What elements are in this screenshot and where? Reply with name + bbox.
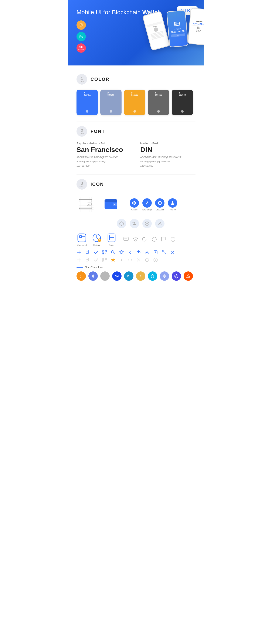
- svg-line-76: [114, 253, 115, 254]
- chat2-icon: [161, 236, 166, 242]
- hero-section: Mobile UI for Blockchain Wallet UI Kit P…: [68, 0, 204, 66]
- discover-icon-item: Discover: [155, 198, 164, 211]
- sketch-badge: [76, 20, 86, 30]
- svg-rect-92: [103, 261, 104, 262]
- svg-rect-67: [103, 251, 104, 252]
- color-section-title: COLOR: [90, 76, 110, 82]
- doc-ghost-icon: [85, 258, 90, 262]
- color-dot: [181, 110, 184, 113]
- blockchain-label: BlockChain Icon: [76, 266, 196, 269]
- wallet-solid-icon: [102, 195, 121, 215]
- chevron-ghost-icon: [119, 258, 124, 262]
- font-section: Regular · Medium · Bold San Francisco AB…: [76, 142, 196, 168]
- star-filled-icon: [110, 258, 116, 262]
- wallet-wireframe-icon: [76, 195, 96, 215]
- moon-icon: [142, 236, 148, 242]
- svg-rect-54: [124, 237, 128, 240]
- ps-badge: Ps: [76, 32, 86, 41]
- qr-ghost-icon: [102, 258, 107, 262]
- assets-icon-item: Assets: [130, 198, 139, 211]
- color-swatch-blue: #3574FA: [76, 90, 98, 115]
- color-swatch-gray: #8DA0C8: [100, 90, 122, 115]
- svg-marker-33: [120, 222, 124, 226]
- color-section-header: 1 ONE COLOR: [76, 74, 196, 84]
- info-ghost-icon: [153, 258, 158, 262]
- svg-rect-38: [78, 234, 86, 242]
- svg-point-31: [160, 202, 160, 204]
- color-dot: [110, 110, 112, 113]
- svg-marker-107: [176, 275, 177, 277]
- color-dot: [134, 110, 136, 113]
- order-icon-item: Order: [106, 232, 117, 246]
- svg-point-57: [152, 237, 156, 242]
- star-icon: [119, 250, 124, 255]
- plus-ghost-icon: [76, 258, 82, 262]
- font-section-title: FONT: [90, 128, 105, 134]
- chevron-left-icon: [128, 250, 132, 255]
- xlm-icon: [148, 272, 157, 281]
- icon-section-number: 3 THREE: [76, 179, 87, 190]
- exchange-icon-item: Exchange: [142, 198, 152, 211]
- management-icon-item: Mangment: [76, 232, 87, 246]
- color-section-number: 1 ONE: [76, 74, 87, 84]
- doc-edit-icon: [85, 250, 90, 255]
- assets-icon: [130, 198, 139, 208]
- discover-icon: [155, 198, 164, 208]
- svg-rect-72: [105, 253, 106, 253]
- chat-icon: [123, 236, 129, 242]
- svg-rect-90: [106, 258, 106, 259]
- svg-rect-69: [106, 251, 106, 252]
- svg-rect-18: [79, 199, 92, 209]
- font-section-number: 2 TWO: [76, 126, 87, 137]
- poly-icon: [172, 272, 181, 281]
- font-section-header: 2 TWO FONT: [76, 126, 196, 137]
- screens-badge: 60+ Screens: [76, 43, 86, 53]
- blockchain-line: [76, 267, 83, 268]
- exchange-ghost-icon: [130, 219, 139, 228]
- check-ghost-icon: [94, 258, 98, 262]
- profile-ghost-icon: [155, 219, 164, 228]
- svg-marker-93: [111, 258, 115, 262]
- exchange-icon: [142, 198, 152, 208]
- arrows-ghost-icon: [128, 258, 132, 262]
- management-icons-row: Mangment History Order: [76, 232, 196, 246]
- settings-icon: [144, 250, 150, 255]
- svg-rect-23: [104, 199, 117, 202]
- color-swatches: #3574FA #8DA0C8 #F5A623 #666666 #303030: [76, 90, 196, 115]
- svg-text:Ł: Ł: [104, 274, 106, 278]
- svg-rect-73: [106, 253, 106, 253]
- svg-rect-88: [103, 258, 104, 259]
- share-icon: [136, 250, 141, 255]
- x-ghost-icon: [136, 258, 141, 262]
- svg-point-25: [114, 204, 116, 205]
- utility-icons: [123, 232, 176, 246]
- svg-text:Z: Z: [140, 274, 141, 278]
- resize-icon: [162, 250, 166, 255]
- layers-icon: [132, 236, 138, 242]
- waves-icon: [112, 272, 122, 281]
- svg-marker-106: [175, 274, 178, 278]
- close-icon: [170, 250, 175, 255]
- zec-icon: Z: [136, 272, 145, 281]
- color-dot: [86, 110, 88, 113]
- svg-point-60: [173, 238, 173, 238]
- font-din: Medium · Bold DIN ABCDEFGHIJKLMNOPQRSTUV…: [140, 142, 196, 168]
- btc-icon: ₿: [76, 272, 86, 281]
- nav-icons-colored: Assets Exchange: [130, 198, 177, 211]
- svg-marker-77: [120, 250, 124, 254]
- wallet-icons-row: Assets Exchange: [76, 195, 196, 215]
- divider-2: [76, 174, 196, 175]
- qr-icon: [102, 250, 107, 255]
- svg-point-32: [172, 201, 174, 203]
- eth2-icon: [160, 272, 169, 281]
- svg-rect-19: [79, 199, 92, 202]
- svg-text:₿: ₿: [80, 274, 81, 278]
- svg-point-34: [121, 223, 122, 224]
- color-swatch-black: #303030: [172, 90, 193, 115]
- profile-icon: [168, 198, 177, 208]
- color-swatch-orange: #F5A623: [124, 90, 145, 115]
- main-content: 1 ONE COLOR #3574FA #8DA0C8 #F5A623 #666…: [68, 66, 204, 287]
- svg-rect-71: [103, 253, 104, 254]
- color-swatch-darkgray: #666666: [148, 90, 169, 115]
- svg-point-28: [134, 202, 135, 204]
